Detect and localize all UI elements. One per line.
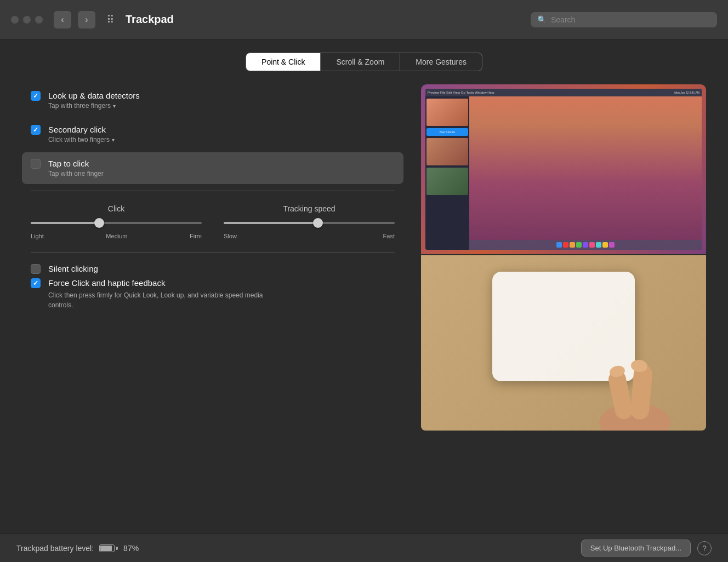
preview-mac-screen: Preview File Edit View Go Tools Window H… — [421, 84, 706, 254]
setting-tap-to-click: Tap to click Tap with one finger — [22, 152, 403, 184]
search-icon: 🔍 — [537, 15, 547, 24]
mac-main-area — [469, 96, 702, 250]
click-slider-track[interactable] — [31, 222, 202, 224]
secondary-click-text-block: Secondary click Click with two fingers ▾ — [48, 125, 115, 144]
secondary-click-checkbox[interactable] — [31, 125, 41, 135]
tracking-slider-labels: Slow Fast — [224, 233, 395, 239]
back-button[interactable]: ‹ — [54, 11, 71, 28]
dock-icon-5 — [583, 242, 588, 248]
battery-percentage: 87% — [123, 544, 139, 553]
tracking-slider-fill — [224, 222, 318, 224]
divider-1 — [31, 191, 395, 191]
click-slider-thumb[interactable] — [94, 218, 104, 228]
battery-icon — [99, 544, 118, 552]
tracking-slider-group: Tracking speed Slow Fast — [224, 204, 395, 239]
look-up-chevron: ▾ — [113, 103, 116, 109]
battery-body — [99, 544, 115, 552]
right-preview-panel: Preview File Edit View Go Tools Window H… — [421, 84, 706, 523]
battery-label: Trackpad battery level: — [16, 544, 94, 553]
force-click-title: Force Click and haptic feedback — [48, 278, 165, 288]
force-click-text-block: Force Click and haptic feedback Click th… — [48, 278, 289, 310]
click-slider-label: Click — [31, 204, 202, 213]
dock-icon-1 — [556, 242, 562, 248]
content-area: Look up & data detectors Tap with three … — [22, 84, 706, 523]
window-title: Trackpad — [126, 13, 524, 26]
sliders-section: Click Light Medium Firm Tr — [22, 198, 403, 246]
look-up-checkbox[interactable] — [31, 91, 41, 101]
tab-point-click[interactable]: Point & Click — [246, 53, 321, 71]
mac-screen-simulation: Preview File Edit View Go Tools Window H… — [425, 89, 702, 250]
tap-to-click-title: Tap to click — [48, 159, 104, 168]
tracking-slider-min: Slow — [224, 233, 237, 239]
battery-fill — [100, 546, 111, 551]
silent-clicking-title: Silent clicking — [48, 264, 98, 273]
click-slider-mid: Medium — [106, 233, 127, 239]
dock-icon-3 — [570, 242, 575, 248]
tracking-slider-thumb[interactable] — [313, 218, 323, 228]
minimize-light[interactable] — [23, 16, 31, 24]
click-slider-group: Click Light Medium Firm — [31, 204, 202, 239]
silent-clicking-row: Silent clicking — [31, 264, 395, 274]
status-right: Set Up Bluetooth Trackpad... ? — [581, 540, 712, 557]
setting-look-up: Look up & data detectors Tap with three … — [22, 84, 403, 116]
dock-icon-2 — [563, 242, 568, 248]
thumbnail-2 — [426, 138, 468, 165]
setting-secondary-click: Secondary click Click with two fingers ▾ — [22, 118, 403, 150]
tab-bar: Point & Click Scroll & Zoom More Gesture… — [22, 53, 706, 71]
bottom-settings: Silent clicking Force Click and haptic f… — [22, 260, 403, 314]
search-box: 🔍 — [531, 12, 717, 27]
tracking-slider-label: Tracking speed — [224, 204, 395, 213]
look-up-title: Look up & data detectors — [48, 91, 140, 100]
secondary-click-subtitle[interactable]: Click with two fingers ▾ — [48, 136, 115, 144]
grid-icon: ⠿ — [106, 13, 115, 26]
left-panel: Look up & data detectors Tap with three … — [22, 84, 403, 523]
tap-to-click-subtitle: Tap with one finger — [48, 170, 104, 177]
battery-info: Trackpad battery level: 87% — [16, 544, 139, 553]
mac-dock — [469, 240, 702, 250]
force-click-description: Click then press firmly for Quick Look, … — [48, 290, 289, 310]
tab-more-gestures[interactable]: More Gestures — [400, 53, 482, 71]
click-slider-labels: Light Medium Firm — [31, 233, 202, 239]
mac-content-area: Best Friends — [425, 96, 702, 250]
thumbnail-hiking — [426, 168, 468, 195]
dock-icon-6 — [589, 242, 595, 248]
tap-to-click-checkbox[interactable] — [31, 159, 41, 169]
search-input[interactable] — [551, 15, 710, 24]
dock-icon-7 — [596, 242, 601, 248]
click-slider-min: Light — [31, 233, 44, 239]
silent-clicking-checkbox[interactable] — [31, 264, 41, 274]
tracking-slider-max: Fast — [383, 233, 395, 239]
tab-scroll-zoom[interactable]: Scroll & Zoom — [321, 53, 400, 71]
traffic-lights — [11, 16, 43, 24]
close-light[interactable] — [11, 16, 19, 24]
bluetooth-button[interactable]: Set Up Bluetooth Trackpad... — [581, 540, 691, 557]
hand-svg — [575, 337, 684, 431]
click-slider-max: Firm — [190, 233, 202, 239]
secondary-click-chevron: ▾ — [112, 137, 115, 143]
secondary-click-title: Secondary click — [48, 125, 115, 134]
status-bar: Trackpad battery level: 87% Set Up Bluet… — [0, 534, 728, 562]
force-click-row: Force Click and haptic feedback Click th… — [31, 278, 395, 310]
force-click-checkbox[interactable] — [31, 278, 41, 288]
dock-icon-8 — [602, 242, 608, 248]
battery-tip — [116, 547, 118, 550]
fullscreen-light[interactable] — [35, 16, 43, 24]
titlebar: ‹ › ⠿ Trackpad 🔍 — [0, 0, 728, 39]
hand-fingers — [575, 337, 673, 425]
tap-to-click-text-block: Tap to click Tap with one finger — [48, 159, 104, 177]
main-content: Point & Click Scroll & Zoom More Gesture… — [0, 39, 728, 534]
tracking-slider-track[interactable] — [224, 222, 395, 224]
dock-icon-9 — [609, 242, 615, 248]
divider-2 — [31, 253, 395, 253]
help-button[interactable]: ? — [697, 541, 712, 555]
click-slider-fill — [31, 222, 99, 224]
look-up-subtitle[interactable]: Tap with three fingers ▾ — [48, 102, 140, 110]
preview-trackpad — [421, 255, 706, 431]
dock-icon-4 — [576, 242, 582, 248]
forward-button[interactable]: › — [78, 11, 95, 28]
mac-sidebar: Best Friends — [425, 96, 469, 250]
look-up-text-block: Look up & data detectors Tap with three … — [48, 91, 140, 110]
thumbnail-friends — [426, 99, 468, 126]
mac-menubar: Preview File Edit View Go Tools Window H… — [425, 89, 702, 96]
